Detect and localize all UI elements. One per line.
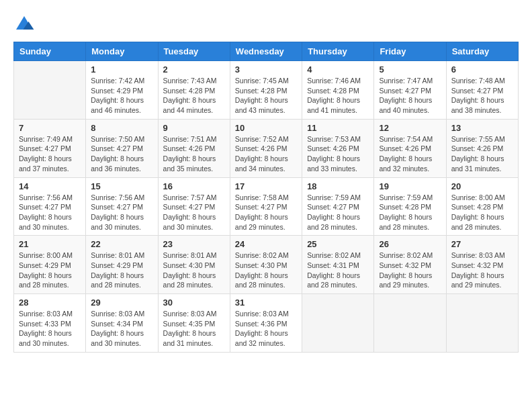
calendar-week-row: 21Sunrise: 8:00 AM Sunset: 4:29 PM Dayli…: [14, 236, 519, 294]
weekday-header: Saturday: [446, 42, 518, 61]
day-info: Sunrise: 7:50 AM Sunset: 4:27 PM Dayligh…: [91, 134, 152, 174]
day-number: 28: [19, 298, 81, 308]
day-number: 16: [163, 181, 225, 191]
day-number: 25: [307, 239, 369, 249]
day-number: 17: [235, 181, 297, 191]
calendar-cell: 16Sunrise: 7:57 AM Sunset: 4:27 PM Dayli…: [158, 177, 230, 236]
day-info: Sunrise: 7:58 AM Sunset: 4:27 PM Dayligh…: [235, 193, 297, 232]
calendar-cell: [302, 294, 374, 353]
day-number: 2: [163, 64, 225, 75]
calendar-cell: [446, 294, 518, 353]
calendar-cell: 4Sunrise: 7:46 AM Sunset: 4:28 PM Daylig…: [302, 61, 374, 120]
day-info: Sunrise: 7:56 AM Sunset: 4:27 PM Dayligh…: [91, 193, 152, 232]
weekday-header: Friday: [374, 42, 446, 61]
calendar-cell: 25Sunrise: 8:02 AM Sunset: 4:31 PM Dayli…: [302, 236, 374, 294]
calendar-cell: 30Sunrise: 8:03 AM Sunset: 4:35 PM Dayli…: [158, 294, 230, 353]
weekday-header: Thursday: [302, 42, 374, 61]
calendar-week-row: 14Sunrise: 7:56 AM Sunset: 4:27 PM Dayli…: [14, 177, 519, 236]
weekday-header: Tuesday: [158, 42, 230, 61]
day-number: 7: [19, 123, 81, 133]
day-info: Sunrise: 7:53 AM Sunset: 4:26 PM Dayligh…: [307, 134, 369, 174]
calendar-week-row: 7Sunrise: 7:49 AM Sunset: 4:27 PM Daylig…: [14, 119, 519, 177]
calendar-week-row: 1Sunrise: 7:42 AM Sunset: 4:29 PM Daylig…: [14, 61, 519, 120]
day-info: Sunrise: 7:59 AM Sunset: 4:27 PM Dayligh…: [307, 193, 369, 232]
day-info: Sunrise: 7:46 AM Sunset: 4:28 PM Dayligh…: [307, 76, 369, 116]
calendar-header-row: SundayMondayTuesdayWednesdayThursdayFrid…: [14, 42, 519, 61]
day-info: Sunrise: 8:02 AM Sunset: 4:31 PM Dayligh…: [307, 250, 369, 290]
calendar-cell: 27Sunrise: 8:03 AM Sunset: 4:32 PM Dayli…: [446, 236, 518, 294]
weekday-header: Monday: [86, 42, 158, 61]
day-info: Sunrise: 7:42 AM Sunset: 4:29 PM Dayligh…: [91, 76, 152, 116]
day-info: Sunrise: 8:00 AM Sunset: 4:29 PM Dayligh…: [19, 250, 81, 290]
calendar-cell: 19Sunrise: 7:59 AM Sunset: 4:28 PM Dayli…: [374, 177, 446, 236]
day-info: Sunrise: 8:02 AM Sunset: 4:30 PM Dayligh…: [235, 250, 297, 290]
day-number: 9: [163, 123, 225, 133]
weekday-header: Sunday: [14, 42, 86, 61]
logo: [13, 13, 39, 35]
calendar-cell: 17Sunrise: 7:58 AM Sunset: 4:27 PM Dayli…: [230, 177, 302, 236]
calendar-cell: 7Sunrise: 7:49 AM Sunset: 4:27 PM Daylig…: [14, 119, 86, 177]
day-number: 23: [163, 239, 225, 249]
calendar-cell: 24Sunrise: 8:02 AM Sunset: 4:30 PM Dayli…: [230, 236, 302, 294]
calendar-cell: [374, 294, 446, 353]
day-number: 26: [379, 239, 441, 249]
calendar-cell: 10Sunrise: 7:52 AM Sunset: 4:26 PM Dayli…: [230, 119, 302, 177]
day-info: Sunrise: 7:49 AM Sunset: 4:27 PM Dayligh…: [19, 134, 81, 174]
day-number: 12: [379, 123, 441, 133]
day-info: Sunrise: 8:01 AM Sunset: 4:30 PM Dayligh…: [163, 250, 225, 290]
calendar-cell: 20Sunrise: 8:00 AM Sunset: 4:28 PM Dayli…: [446, 177, 518, 236]
day-number: 15: [91, 181, 152, 191]
page-header: [13, 13, 519, 35]
calendar-cell: 1Sunrise: 7:42 AM Sunset: 4:29 PM Daylig…: [86, 61, 158, 120]
calendar-cell: 29Sunrise: 8:03 AM Sunset: 4:34 PM Dayli…: [86, 294, 158, 353]
day-info: Sunrise: 8:00 AM Sunset: 4:28 PM Dayligh…: [451, 193, 513, 232]
day-info: Sunrise: 8:01 AM Sunset: 4:29 PM Dayligh…: [91, 250, 152, 290]
calendar-week-row: 28Sunrise: 8:03 AM Sunset: 4:33 PM Dayli…: [14, 294, 519, 353]
calendar-cell: [14, 61, 86, 120]
calendar-cell: 5Sunrise: 7:47 AM Sunset: 4:27 PM Daylig…: [374, 61, 446, 120]
day-number: 8: [91, 123, 152, 133]
calendar-cell: 22Sunrise: 8:01 AM Sunset: 4:29 PM Dayli…: [86, 236, 158, 294]
day-info: Sunrise: 8:03 AM Sunset: 4:34 PM Dayligh…: [91, 309, 152, 349]
day-number: 6: [451, 64, 513, 75]
day-info: Sunrise: 7:48 AM Sunset: 4:27 PM Dayligh…: [451, 76, 513, 116]
day-number: 13: [451, 123, 513, 133]
day-number: 10: [235, 123, 297, 133]
calendar-cell: 18Sunrise: 7:59 AM Sunset: 4:27 PM Dayli…: [302, 177, 374, 236]
day-number: 5: [379, 64, 441, 75]
day-number: 31: [235, 298, 297, 308]
day-info: Sunrise: 7:54 AM Sunset: 4:26 PM Dayligh…: [379, 134, 441, 174]
calendar-cell: 21Sunrise: 8:00 AM Sunset: 4:29 PM Dayli…: [14, 236, 86, 294]
day-number: 30: [163, 298, 225, 308]
day-number: 14: [19, 181, 81, 191]
day-number: 11: [307, 123, 369, 133]
calendar-cell: 31Sunrise: 8:03 AM Sunset: 4:36 PM Dayli…: [230, 294, 302, 353]
calendar-cell: 15Sunrise: 7:56 AM Sunset: 4:27 PM Dayli…: [86, 177, 158, 236]
day-number: 24: [235, 239, 297, 249]
day-number: 19: [379, 181, 441, 191]
day-info: Sunrise: 7:51 AM Sunset: 4:26 PM Dayligh…: [163, 134, 225, 174]
day-number: 1: [91, 64, 152, 75]
day-number: 27: [451, 239, 513, 249]
calendar-cell: 6Sunrise: 7:48 AM Sunset: 4:27 PM Daylig…: [446, 61, 518, 120]
day-info: Sunrise: 8:02 AM Sunset: 4:32 PM Dayligh…: [379, 250, 441, 290]
day-number: 4: [307, 64, 369, 75]
calendar-cell: 26Sunrise: 8:02 AM Sunset: 4:32 PM Dayli…: [374, 236, 446, 294]
day-info: Sunrise: 7:56 AM Sunset: 4:27 PM Dayligh…: [19, 193, 81, 232]
logo-icon: [13, 13, 35, 35]
calendar-cell: 2Sunrise: 7:43 AM Sunset: 4:28 PM Daylig…: [158, 61, 230, 120]
day-info: Sunrise: 7:59 AM Sunset: 4:28 PM Dayligh…: [379, 193, 441, 232]
calendar-cell: 11Sunrise: 7:53 AM Sunset: 4:26 PM Dayli…: [302, 119, 374, 177]
day-info: Sunrise: 8:03 AM Sunset: 4:32 PM Dayligh…: [451, 250, 513, 290]
calendar-cell: 8Sunrise: 7:50 AM Sunset: 4:27 PM Daylig…: [86, 119, 158, 177]
calendar-cell: 12Sunrise: 7:54 AM Sunset: 4:26 PM Dayli…: [374, 119, 446, 177]
day-info: Sunrise: 7:43 AM Sunset: 4:28 PM Dayligh…: [163, 76, 225, 116]
weekday-header: Wednesday: [230, 42, 302, 61]
calendar-cell: 3Sunrise: 7:45 AM Sunset: 4:28 PM Daylig…: [230, 61, 302, 120]
calendar-cell: 28Sunrise: 8:03 AM Sunset: 4:33 PM Dayli…: [14, 294, 86, 353]
calendar-cell: 13Sunrise: 7:55 AM Sunset: 4:26 PM Dayli…: [446, 119, 518, 177]
day-info: Sunrise: 7:52 AM Sunset: 4:26 PM Dayligh…: [235, 134, 297, 174]
day-number: 3: [235, 64, 297, 75]
calendar-cell: 23Sunrise: 8:01 AM Sunset: 4:30 PM Dayli…: [158, 236, 230, 294]
day-info: Sunrise: 8:03 AM Sunset: 4:36 PM Dayligh…: [235, 309, 297, 349]
